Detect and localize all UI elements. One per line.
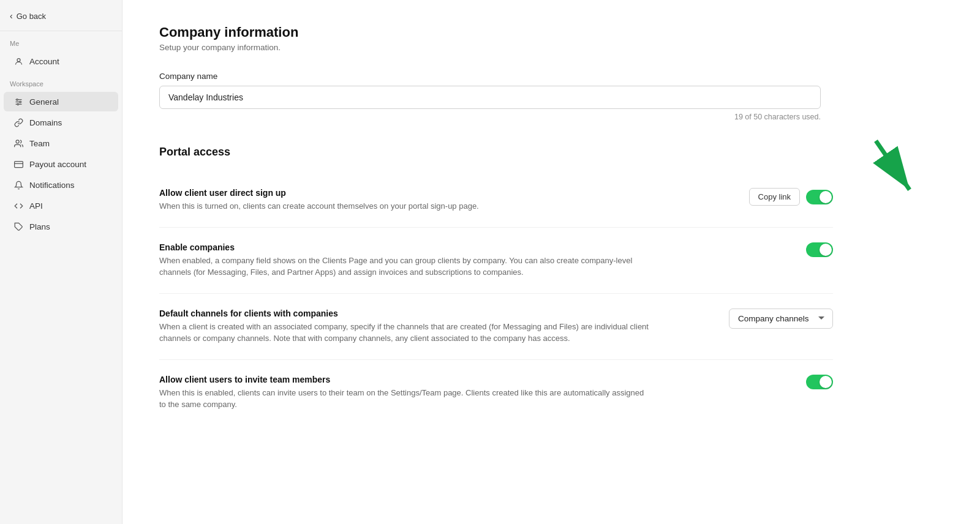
- sidebar-item-team[interactable]: Team: [4, 133, 118, 153]
- page-subtitle: Setup your company information.: [159, 43, 943, 52]
- sidebar-item-account[interactable]: Account: [4, 51, 118, 71]
- company-name-field: Company name 19 of 50 characters used.: [159, 72, 943, 121]
- feature-controls-direct-signup: Copy link: [749, 188, 833, 206]
- bell-icon: [13, 180, 23, 190]
- sidebar-item-api-label: API: [29, 201, 43, 211]
- feature-desc-default-channels: When a client is created with an associa…: [159, 321, 649, 345]
- feature-text-enable-companies: Enable companies When enabled, a company…: [159, 242, 782, 279]
- sidebar-item-team-label: Team: [29, 139, 50, 148]
- feature-title-direct-signup: Allow client user direct sign up: [159, 188, 725, 198]
- circle-user-icon: [13, 56, 23, 66]
- sidebar: ‹ Go back Me Account Workspace General D…: [0, 0, 123, 524]
- feature-text-default-channels: Default channels for clients with compan…: [159, 309, 704, 345]
- sidebar-section-workspace: Workspace: [0, 72, 122, 91]
- link-icon: [13, 118, 23, 127]
- company-name-label: Company name: [159, 72, 943, 81]
- svg-rect-8: [14, 161, 23, 167]
- feature-title-invite-team: Allow client users to invite team member…: [159, 375, 782, 384]
- company-info-section: Company information Setup your company i…: [159, 24, 943, 121]
- portal-access-section: Portal access Allow client user direct s…: [159, 146, 943, 425]
- feature-text-invite-team: Allow client users to invite team member…: [159, 375, 782, 411]
- copy-link-button[interactable]: Copy link: [749, 188, 800, 206]
- sidebar-item-plans[interactable]: Plans: [4, 217, 118, 236]
- credit-card-icon: [13, 159, 23, 169]
- feature-controls-default-channels: Company channels Individual channels: [729, 309, 833, 329]
- go-back-button[interactable]: ‹ Go back: [0, 0, 122, 31]
- sidebar-item-payout-label: Payout account: [29, 160, 86, 169]
- sliders-icon: [13, 97, 23, 107]
- feature-controls-enable-companies: [806, 242, 833, 257]
- svg-point-4: [16, 99, 18, 100]
- sidebar-item-payout-account[interactable]: Payout account: [4, 154, 118, 174]
- feature-controls-invite-team: [806, 375, 833, 389]
- default-channels-dropdown[interactable]: Company channels Individual channels: [729, 309, 833, 329]
- feature-desc-enable-companies: When enabled, a company field shows on t…: [159, 255, 649, 279]
- main-content: Company information Setup your company i…: [123, 0, 980, 524]
- sidebar-item-account-label: Account: [29, 57, 59, 66]
- sidebar-section-me: Me: [0, 31, 122, 51]
- feature-row-direct-signup: Allow client user direct sign up When th…: [159, 173, 833, 228]
- svg-point-0: [17, 58, 20, 61]
- sidebar-item-general[interactable]: General: [4, 92, 118, 111]
- sidebar-item-notifications-label: Notifications: [29, 181, 75, 190]
- go-back-label: Go back: [17, 12, 46, 21]
- invite-team-toggle[interactable]: [806, 375, 833, 389]
- enable-companies-toggle[interactable]: [806, 242, 833, 257]
- sidebar-item-notifications[interactable]: Notifications: [4, 175, 118, 195]
- direct-signup-toggle[interactable]: [806, 190, 833, 204]
- feature-title-enable-companies: Enable companies: [159, 242, 782, 252]
- users-icon: [13, 138, 23, 148]
- svg-point-5: [19, 101, 21, 103]
- svg-point-7: [16, 140, 19, 143]
- sidebar-item-domains[interactable]: Domains: [4, 113, 118, 132]
- svg-point-6: [17, 103, 19, 105]
- char-count: 19 of 50 characters used.: [159, 113, 821, 121]
- page-title: Company information: [159, 24, 943, 40]
- tag-icon: [13, 222, 23, 231]
- feature-title-default-channels: Default channels for clients with compan…: [159, 309, 704, 318]
- sidebar-item-plans-label: Plans: [29, 222, 50, 231]
- sidebar-item-api[interactable]: API: [4, 196, 118, 215]
- back-arrow-icon: ‹: [10, 11, 13, 21]
- company-name-input[interactable]: [159, 86, 821, 109]
- portal-access-heading: Portal access: [159, 146, 943, 159]
- feature-row-invite-team: Allow client users to invite team member…: [159, 360, 833, 425]
- code-icon: [13, 201, 23, 211]
- feature-desc-direct-signup: When this is turned on, clients can crea…: [159, 200, 649, 212]
- feature-text-direct-signup: Allow client user direct sign up When th…: [159, 188, 725, 212]
- feature-row-default-channels: Default channels for clients with compan…: [159, 294, 833, 360]
- feature-row-enable-companies: Enable companies When enabled, a company…: [159, 228, 833, 294]
- sidebar-item-general-label: General: [29, 97, 59, 107]
- feature-desc-invite-team: When this is enabled, clients can invite…: [159, 387, 649, 411]
- sidebar-item-domains-label: Domains: [29, 118, 62, 127]
